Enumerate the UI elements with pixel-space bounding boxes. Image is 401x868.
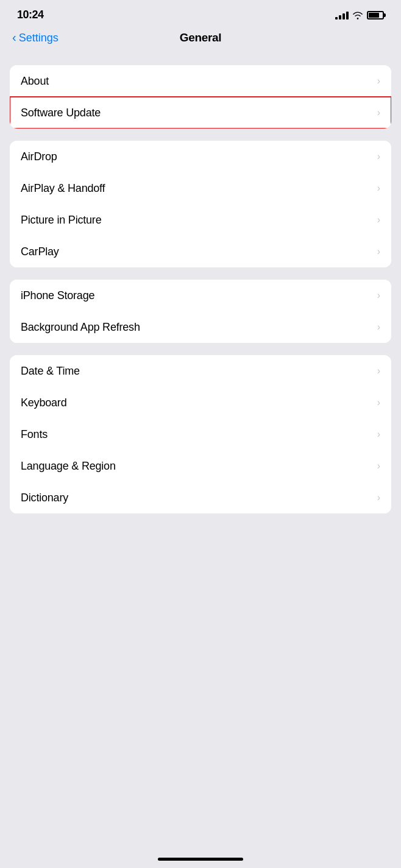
settings-row-about[interactable]: About › bbox=[10, 65, 391, 97]
chevron-right-icon: › bbox=[377, 492, 380, 503]
status-bar: 10:24 bbox=[0, 0, 401, 26]
settings-row-dictionary[interactable]: Dictionary › bbox=[10, 482, 391, 513]
chevron-right-icon: › bbox=[377, 246, 380, 257]
chevron-right-icon: › bbox=[377, 183, 380, 194]
settings-group-4: Date & Time › Keyboard › Fonts › Languag… bbox=[10, 355, 391, 513]
chevron-right-icon: › bbox=[377, 290, 380, 301]
settings-row-fonts[interactable]: Fonts › bbox=[10, 418, 391, 450]
status-time: 10:24 bbox=[17, 9, 44, 21]
settings-row-iphone-storage[interactable]: iPhone Storage › bbox=[10, 280, 391, 311]
battery-icon bbox=[367, 11, 384, 19]
settings-content: About › Software Update › AirDrop › AirP… bbox=[0, 53, 401, 526]
chevron-right-icon: › bbox=[377, 151, 380, 162]
settings-group-1: About › Software Update › bbox=[10, 65, 391, 129]
settings-row-keyboard[interactable]: Keyboard › bbox=[10, 387, 391, 418]
back-label: Settings bbox=[19, 32, 59, 44]
settings-row-software-update[interactable]: Software Update › bbox=[10, 97, 391, 129]
settings-row-airplay-handoff[interactable]: AirPlay & Handoff › bbox=[10, 172, 391, 204]
nav-header: ‹ Settings General bbox=[0, 26, 401, 53]
settings-row-language-region[interactable]: Language & Region › bbox=[10, 450, 391, 482]
chevron-right-icon: › bbox=[377, 429, 380, 440]
settings-row-carplay[interactable]: CarPlay › bbox=[10, 236, 391, 267]
settings-group-2: AirDrop › AirPlay & Handoff › Picture in… bbox=[10, 141, 391, 267]
settings-row-airdrop[interactable]: AirDrop › bbox=[10, 141, 391, 172]
wifi-icon bbox=[352, 11, 363, 19]
status-icons bbox=[335, 11, 384, 19]
chevron-right-icon: › bbox=[377, 365, 380, 376]
chevron-right-icon: › bbox=[377, 397, 380, 408]
chevron-right-icon: › bbox=[377, 76, 380, 86]
home-indicator bbox=[158, 858, 243, 861]
back-chevron-icon: ‹ bbox=[12, 30, 16, 44]
settings-row-date-time[interactable]: Date & Time › bbox=[10, 355, 391, 387]
chevron-right-icon: › bbox=[377, 322, 380, 333]
settings-row-picture-in-picture[interactable]: Picture in Picture › bbox=[10, 204, 391, 236]
signal-icon bbox=[335, 11, 349, 19]
page-title: General bbox=[180, 31, 222, 44]
chevron-right-icon: › bbox=[377, 107, 380, 118]
chevron-right-icon: › bbox=[377, 214, 380, 225]
settings-row-background-app-refresh[interactable]: Background App Refresh › bbox=[10, 311, 391, 343]
settings-group-3: iPhone Storage › Background App Refresh … bbox=[10, 280, 391, 343]
chevron-right-icon: › bbox=[377, 460, 380, 471]
back-button[interactable]: ‹ Settings bbox=[12, 31, 59, 44]
